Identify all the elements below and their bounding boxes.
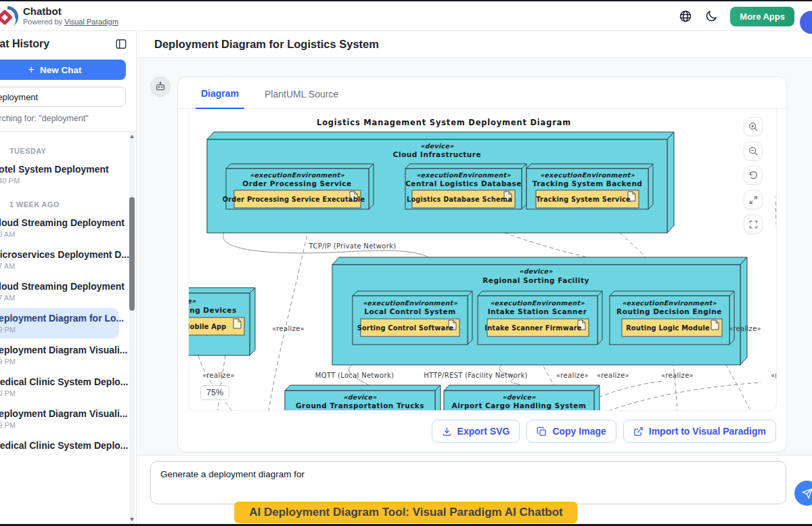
result-tabs: Diagram PlantUML Source: [178, 77, 786, 109]
search-input[interactable]: [0, 87, 126, 107]
zoom-out-button[interactable]: [744, 141, 763, 160]
diagram-message-card: Diagram PlantUML Source Logistics M: [177, 76, 787, 452]
svg-text:Logistics Database Schema: Logistics Database Schema: [407, 196, 512, 203]
svg-text:Local Control System: Local Control System: [364, 307, 455, 315]
new-chat-label: New Chat: [40, 65, 82, 75]
moon-icon[interactable]: [704, 9, 718, 23]
chat-history-item[interactable]: Hotel System Deployment 12:40 PM: [0, 159, 119, 190]
sidebar-title: Chat History: [0, 38, 49, 50]
edge-label-realize: «realize»: [729, 325, 761, 332]
chat-history-item[interactable]: Cloud Streaming Deployment 9:50 AM: [0, 213, 119, 243]
chat-history-item[interactable]: Deployment Diagram Visuali... 4:29 PM: [0, 340, 119, 370]
copy-icon: [537, 426, 547, 437]
edge-label-realize: «realize»: [597, 372, 629, 379]
app-window: Chatbot Powered by Visual Paradigm More …: [0, 0, 812, 526]
svg-text:«executionEnvironment»: «executionEnvironment»: [622, 299, 717, 307]
node-tracking-system-backend: «executionEnvironment» Tracking System B…: [526, 164, 653, 209]
app-header: Chatbot Powered by Visual Paradigm More …: [0, 1, 812, 31]
header-actions: More Apps: [679, 1, 812, 31]
app-title: Chatbot: [23, 6, 118, 18]
diagram-title: Logistics Management System Deployment D…: [317, 118, 571, 127]
body-row: Chat History + New Chat Searching for: "…: [0, 31, 812, 524]
node-central-logistics-database: «executionEnvironment» Central Logistics…: [405, 164, 526, 209]
collapse-sidebar-icon[interactable]: [115, 38, 127, 50]
chat-list: TUESDAY Hotel System Deployment 12:40 PM…: [0, 132, 137, 524]
node-driver-tracking-devices: «device» Driver Tracking Devices Driver …: [189, 288, 255, 355]
scrollbar-thumb[interactable]: [129, 197, 135, 311]
more-apps-button[interactable]: More Apps: [730, 7, 794, 26]
edge-label-http: HTTP/REST (Facility Network): [424, 372, 528, 379]
chat-history-item[interactable]: Deployment Diagram Visuali... 4:19 PM: [0, 403, 119, 434]
node-routing-decision-engine: «executionEnvironment» Routing Decision …: [610, 291, 734, 345]
sidebar-header: Chat History: [0, 31, 137, 54]
svg-text:Routing Decision Engine: Routing Decision Engine: [616, 307, 722, 315]
plus-icon: +: [28, 64, 35, 76]
zoom-level-badge: 75%: [200, 385, 229, 400]
chat-history-item[interactable]: Microservices Deployment D... 9:17 AM: [0, 244, 119, 275]
globe-icon[interactable]: [679, 9, 692, 23]
window-frame-top: [0, 0, 812, 1]
chat-history-item-selected[interactable]: Deployment Diagram for Lo... 4:29 PM: [0, 308, 119, 338]
edge-label-realize: «realize»: [556, 372, 589, 379]
edge-label-realize: «realize»: [272, 325, 304, 332]
svg-text:Airport Cargo Handling System: Airport Cargo Handling System: [452, 401, 587, 410]
brand-block: Chatbot Powered by Visual Paradigm: [23, 6, 118, 26]
chat-area: Diagram PlantUML Source Logistics M: [137, 58, 812, 455]
prompt-input[interactable]: Generate a deployment diagram for: [150, 461, 786, 504]
expand-button[interactable]: [744, 190, 763, 209]
search-status-text: Searching for: "deployment": [0, 114, 126, 123]
node-airport-cargo-handling-system: «device» Airport Cargo Handling System: [444, 385, 600, 411]
svg-text:Intake Station Scanner: Intake Station Scanner: [488, 307, 587, 315]
sidebar-scrollbar[interactable]: [129, 132, 135, 524]
tab-diagram[interactable]: Diagram: [196, 88, 244, 109]
svg-text:Order Processing Service Execu: Order Processing Service Executable: [223, 196, 365, 203]
import-to-visual-paradigm-button[interactable]: Import to Visual Paradigm: [623, 420, 776, 443]
sidebar-inner: Chat History + New Chat Searching for: "…: [0, 31, 137, 524]
svg-text:«device»: «device»: [502, 393, 536, 401]
node-regional-sorting-facility: «device» Regional Sorting Facility «exec…: [332, 257, 747, 365]
external-link-icon: [633, 426, 644, 437]
section-label-tuesday: TUESDAY: [0, 137, 137, 158]
send-button[interactable]: [794, 481, 812, 506]
edge-label-mqtt: MQTT (Local Network): [315, 372, 394, 379]
fullscreen-button[interactable]: [744, 215, 763, 234]
svg-text:Order Processing Service: Order Processing Service: [242, 179, 351, 188]
chat-history-item[interactable]: Cloud Streaming Deployment 9:37 AM: [0, 276, 119, 307]
node-ground-transportation-trucks: «device» Ground Transportation Trucks: [285, 385, 441, 411]
svg-text:Driver Mobile App: Driver Mobile App: [189, 323, 226, 330]
svg-text:«device»: «device»: [519, 267, 553, 275]
scroll-up-arrow[interactable]: [130, 135, 134, 138]
new-chat-button[interactable]: + New Chat: [0, 60, 126, 80]
node-local-control-system: «executionEnvironment» Local Control Sys…: [353, 291, 472, 345]
main-panel: Deployment Diagram for Logistics System …: [137, 31, 812, 524]
reset-view-button[interactable]: [744, 166, 763, 185]
svg-text:Tracking System Backend: Tracking System Backend: [533, 179, 643, 188]
node-cloud-infrastructure: «device» Cloud Infrastructure «execution…: [207, 132, 674, 233]
svg-text:Driver Tracking Devices: Driver Tracking Devices: [189, 306, 237, 314]
svg-text:«device»: «device»: [343, 393, 377, 401]
svg-text:Tracking System Service: Tracking System Service: [536, 196, 631, 203]
download-icon: [442, 426, 452, 437]
edge-label-realize: «realize»: [771, 372, 777, 379]
send-icon: [802, 488, 812, 499]
conversation-title: Deployment Diagram for Logistics System: [154, 38, 379, 51]
export-svg-button[interactable]: Export SVG: [432, 420, 520, 443]
edge-label-realize: «realize»: [661, 372, 694, 379]
powered-by: Powered by Visual Paradigm: [23, 18, 118, 26]
svg-text:Intake Scanner Firmware: Intake Scanner Firmware: [484, 324, 582, 332]
scroll-down-arrow[interactable]: [130, 518, 134, 521]
conversation-titlebar: Deployment Diagram for Logistics System: [137, 31, 812, 58]
chat-history-item[interactable]: Medical Clinic System Deplo... 3:20 PM: [0, 372, 119, 402]
bot-avatar: [150, 76, 171, 97]
promo-banner: AI Deployment Diagram Tool: Visual Parad…: [234, 502, 577, 523]
zoom-in-button[interactable]: [744, 117, 763, 136]
svg-text:Routing Logic Module: Routing Logic Module: [626, 324, 710, 332]
visual-paradigm-link[interactable]: Visual Paradigm: [64, 18, 118, 26]
tab-plantuml-source[interactable]: PlantUML Source: [259, 89, 344, 108]
svg-text:Regional Sorting Facility: Regional Sorting Facility: [482, 276, 589, 284]
copy-image-button[interactable]: Copy Image: [526, 420, 616, 443]
diagram-viewport[interactable]: Logistics Management System Deployment D…: [188, 109, 777, 411]
chat-history-item[interactable]: Medical Clinic System Deplo...: [0, 435, 119, 458]
diagram-actions: Export SVG Copy Image Import to Visual P…: [178, 411, 786, 452]
svg-text:Ground Transportation Trucks: Ground Transportation Trucks: [296, 401, 424, 410]
